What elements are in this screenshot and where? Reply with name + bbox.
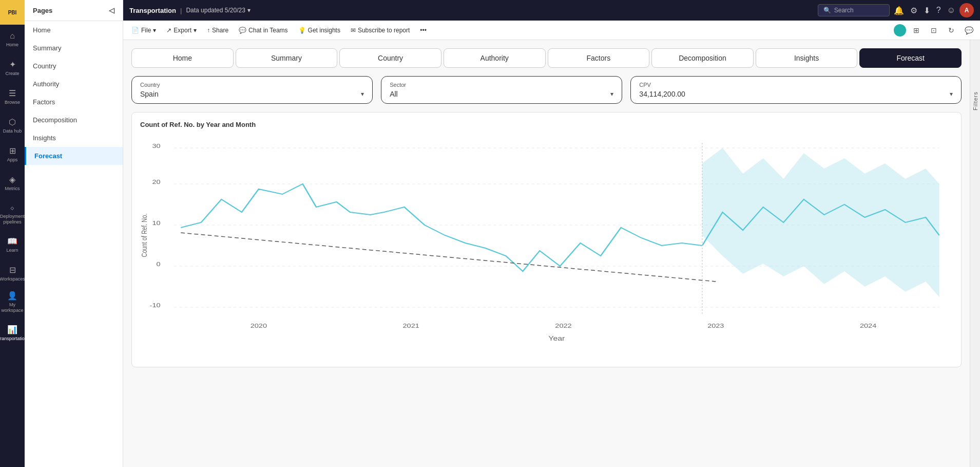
- deployment-icon: ⬦: [10, 203, 15, 212]
- tab-forecast[interactable]: Forecast: [859, 48, 962, 68]
- insights-icon: 💡: [298, 27, 306, 34]
- create-icon: ✦: [9, 60, 16, 69]
- metrics-icon: ◈: [9, 175, 15, 184]
- nav-item-datahub[interactable]: ⬡ Data hub: [0, 111, 25, 140]
- main-canvas: Home Summary Country Authority Factors D…: [123, 40, 970, 467]
- sector-chevron-icon: ▾: [610, 90, 613, 98]
- svg-line-18: [181, 233, 716, 282]
- file-icon: 📄: [131, 27, 139, 34]
- sidebar-item-factors[interactable]: Factors: [25, 93, 123, 111]
- nav-item-browse[interactable]: ☰ Browse: [0, 82, 25, 111]
- toolbar-right: ⊞ ⊡ ↻ 💬: [894, 23, 976, 38]
- search-icon: 🔍: [823, 7, 831, 14]
- cpv-filter[interactable]: CPV 34,114,200.00 ▾: [630, 76, 962, 104]
- filters-row: Country Spain ▾ Sector All ▾ CPV: [131, 76, 962, 104]
- settings-icon[interactable]: ⚙: [910, 6, 917, 15]
- insights-button[interactable]: 💡 Get insights: [294, 25, 344, 36]
- tab-country[interactable]: Country: [339, 48, 441, 68]
- sidebar-item-home[interactable]: Home: [25, 21, 123, 39]
- nav-item-home[interactable]: ⌂ Home: [0, 25, 25, 53]
- cpv-filter-select[interactable]: 34,114,200.00 ▾: [639, 90, 953, 98]
- view-toggle-button[interactable]: ⊞: [909, 23, 924, 38]
- refresh-button[interactable]: ↻: [944, 23, 958, 38]
- svg-text:2023: 2023: [707, 323, 724, 329]
- svg-text:2022: 2022: [555, 323, 571, 329]
- myworkspace-icon: 👤: [7, 291, 17, 301]
- subscribe-button[interactable]: ✉ Subscribe to report: [347, 25, 414, 36]
- filters-side-panel: Filters: [970, 40, 980, 467]
- data-updated-label: Data updated 5/20/23 ▾: [186, 7, 250, 14]
- country-filter-label: Country: [140, 82, 364, 88]
- svg-text:Count of Ref. No.: Count of Ref. No.: [140, 214, 149, 257]
- title-separator: |: [180, 7, 182, 14]
- tab-home[interactable]: Home: [131, 48, 234, 68]
- cpv-filter-label: CPV: [639, 82, 953, 88]
- nav-item-metrics[interactable]: ◈ Metrics: [0, 169, 25, 197]
- sector-filter[interactable]: Sector All ▾: [381, 76, 622, 104]
- nav-item-create[interactable]: ✦ Create: [0, 53, 25, 82]
- country-filter-select[interactable]: Spain ▾: [140, 90, 364, 98]
- chevron-down-icon[interactable]: ▾: [247, 7, 251, 14]
- tab-summary[interactable]: Summary: [236, 48, 338, 68]
- sidebar-item-decomposition[interactable]: Decomposition: [25, 111, 123, 129]
- learn-icon: 📖: [7, 236, 17, 246]
- chat-button[interactable]: 💬 Chat in Teams: [235, 25, 292, 36]
- chart-title: Count of Ref. No. by Year and Month: [140, 121, 953, 128]
- report-title: Transportation: [129, 7, 176, 14]
- cpv-chevron-icon: ▾: [950, 90, 953, 98]
- sidebar-item-summary[interactable]: Summary: [25, 39, 123, 57]
- search-box[interactable]: 🔍 Search: [818, 4, 890, 16]
- view-toggle-button2[interactable]: ⊡: [927, 23, 941, 38]
- svg-text:30: 30: [152, 143, 160, 150]
- sidebar-item-forecast[interactable]: Forecast: [25, 147, 123, 165]
- comment-button[interactable]: 💬: [962, 23, 976, 38]
- teal-circle-button[interactable]: [894, 24, 906, 36]
- content-area: Home Summary Country Authority Factors D…: [123, 40, 980, 467]
- file-button[interactable]: 📄 File ▾: [127, 25, 160, 36]
- sector-filter-select[interactable]: All ▾: [390, 90, 613, 98]
- svg-text:Year: Year: [548, 335, 565, 342]
- sidebar-item-authority[interactable]: Authority: [25, 75, 123, 93]
- country-filter[interactable]: Country Spain ▾: [131, 76, 373, 104]
- tab-insights[interactable]: Insights: [756, 48, 858, 68]
- country-chevron-icon: ▾: [361, 90, 364, 98]
- nav-item-deployment[interactable]: ⬦ Deployment pipelines: [0, 197, 25, 230]
- topbar: Transportation | Data updated 5/20/23 ▾ …: [123, 0, 980, 21]
- left-navigation: PBI ⌂ Home ✦ Create ☰ Browse ⬡ Data hub …: [0, 0, 25, 467]
- forecast-chart: 30 20 10 0 -10 Count of Ref. No.: [140, 133, 953, 359]
- toolbar: 📄 File ▾ ↗ Export ▾ ↑ Share 💬 Chat in Te…: [123, 21, 980, 40]
- nav-item-transportation[interactable]: 📊 Transportation: [0, 319, 25, 347]
- sidebar-item-insights[interactable]: Insights: [25, 129, 123, 147]
- main-content: Transportation | Data updated 5/20/23 ▾ …: [123, 0, 980, 467]
- svg-text:20: 20: [152, 179, 160, 185]
- export-button[interactable]: ↗ Export ▾: [162, 25, 201, 36]
- nav-item-myworkspace[interactable]: 👤 My workspace: [0, 288, 25, 316]
- svg-text:2020: 2020: [251, 323, 267, 329]
- chart-container: Count of Ref. No. by Year and Month 30 2…: [131, 112, 962, 367]
- user-avatar[interactable]: A: [959, 3, 974, 17]
- feedback-icon[interactable]: ☺: [947, 6, 955, 15]
- svg-text:2021: 2021: [403, 323, 419, 329]
- nav-item-apps[interactable]: ⊞ Apps: [0, 140, 25, 169]
- download-icon[interactable]: ⬇: [924, 6, 930, 15]
- filters-panel-label: Filters: [972, 91, 978, 110]
- tab-decomposition[interactable]: Decomposition: [651, 48, 754, 68]
- notification-icon[interactable]: 🔔: [894, 6, 904, 15]
- page-tabs: Home Summary Country Authority Factors D…: [131, 48, 962, 68]
- nav-item-workspaces[interactable]: ⊟ Workspaces: [0, 259, 25, 288]
- svg-text:10: 10: [152, 220, 160, 227]
- svg-text:-10: -10: [150, 302, 161, 309]
- file-chevron-icon: ▾: [153, 27, 156, 34]
- share-button[interactable]: ↑ Share: [203, 25, 233, 36]
- tab-authority[interactable]: Authority: [444, 48, 546, 68]
- nav-item-learn[interactable]: 📖 Learn: [0, 230, 25, 259]
- sidebar-collapse-button[interactable]: ◁: [109, 6, 114, 14]
- browse-icon: ☰: [9, 88, 16, 98]
- chart-area: 30 20 10 0 -10 Count of Ref. No.: [140, 133, 953, 359]
- export-chevron-icon: ▾: [194, 27, 197, 34]
- sidebar-item-country[interactable]: Country: [25, 57, 123, 75]
- help-icon[interactable]: ?: [936, 6, 941, 15]
- subscribe-icon: ✉: [351, 27, 356, 34]
- tab-factors[interactable]: Factors: [548, 48, 650, 68]
- more-button[interactable]: •••: [416, 25, 431, 36]
